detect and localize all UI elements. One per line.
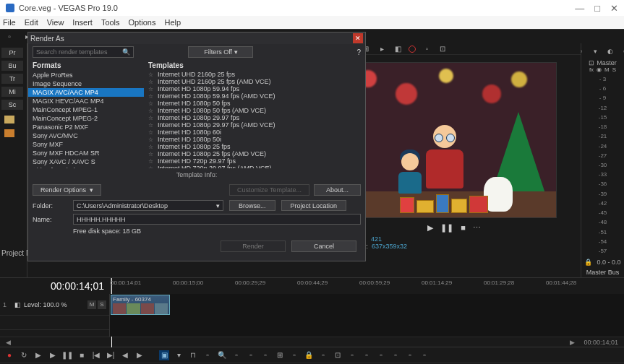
play-start-button[interactable]: ▶	[33, 350, 43, 360]
track-fx-icon[interactable]: ◧	[14, 301, 21, 308]
track-header-1[interactable]: 1 ◧ Level: 100.0 % MS	[0, 294, 109, 316]
star-icon[interactable]: ☆	[148, 122, 153, 129]
tool-icon[interactable]: ▫	[419, 350, 429, 360]
level-label[interactable]: Level: 100.0 %	[24, 301, 67, 308]
dock-tab-tr[interactable]: Tr	[1, 74, 23, 84]
menu-tools[interactable]: Tools	[101, 18, 120, 27]
loop-button[interactable]: ↻	[19, 350, 29, 360]
template-item[interactable]: ☆Internet HD 720p 29.97 fps	[144, 157, 365, 165]
browse-button[interactable]: Browse...	[229, 200, 275, 211]
lock-icon[interactable]: 🔒	[304, 350, 314, 360]
dock-tab-bu[interactable]: Bu	[1, 61, 23, 71]
format-item[interactable]: MAGIX HEVC/AAC MP4	[28, 97, 144, 105]
filters-dropdown[interactable]: Filters Off ▾	[188, 46, 253, 58]
menu-view[interactable]: View	[47, 18, 64, 27]
template-item[interactable]: ☆Internet HD 720p 29.97 fps (AMD VCE)	[144, 165, 365, 168]
menu-insert[interactable]: Insert	[72, 18, 93, 27]
dock-tab-pr[interactable]: Pr	[1, 48, 23, 58]
tool-icon[interactable]: ▫	[390, 350, 401, 360]
template-item[interactable]: ☆Internet UHD 2160p 25 fps (AMD VCE)	[144, 78, 365, 85]
menu-options[interactable]: Options	[129, 18, 156, 27]
template-item[interactable]: ☆Internet HD 1080p 50 fps	[144, 100, 365, 107]
edit-tool-button[interactable]: ▣	[159, 350, 169, 360]
new-icon[interactable]: ▫	[4, 32, 14, 42]
mute-button[interactable]: M	[87, 300, 96, 309]
prev-tool-icon[interactable]: ▸	[377, 44, 387, 54]
pause-button[interactable]: ❚❚	[62, 350, 72, 360]
star-icon[interactable]: ☆	[148, 93, 153, 100]
project-location-button[interactable]: Project Location	[281, 200, 347, 211]
dialog-titlebar[interactable]: Render As ✕	[28, 32, 365, 44]
tool-icon[interactable]: ▫	[231, 350, 242, 360]
track-header-2[interactable]	[0, 316, 109, 330]
menu-file[interactable]: File	[3, 18, 16, 27]
template-item[interactable]: ☆Internet HD 1080p 60i	[144, 129, 365, 136]
prev-tool-icon[interactable]: ▫	[422, 44, 432, 54]
tool-icon[interactable]: ▫	[202, 350, 213, 360]
template-item[interactable]: ☆Internet HD 1080p 59.94 fps (AMD VCE)	[144, 92, 365, 100]
template-item[interactable]: ☆Internet HD 1080p 25 fps	[144, 143, 365, 150]
record-indicator-icon[interactable]	[409, 46, 416, 53]
format-item[interactable]: MainConcept MPEG-2	[28, 114, 144, 123]
template-item[interactable]: ☆Internet HD 1080p 50i	[144, 136, 365, 143]
format-item[interactable]: Sony XAVC / XAVC S	[28, 157, 144, 166]
format-item[interactable]: Video for Windows	[28, 166, 144, 168]
star-icon[interactable]: ☆	[148, 158, 153, 165]
stop-button[interactable]: ■	[77, 350, 87, 360]
star-icon[interactable]: ☆	[148, 108, 153, 114]
mute-button[interactable]: ◉	[597, 66, 602, 73]
templates-list[interactable]: ☆Internet UHD 2160p 25 fps☆Internet UHD …	[144, 71, 365, 168]
format-item[interactable]: Sony AVC/MVC	[28, 131, 144, 140]
template-item[interactable]: ☆Internet HD 1080p 25 fps (AMD VCE)	[144, 150, 365, 157]
format-item[interactable]: MAGIX AVC/AAC MP4	[28, 88, 144, 97]
format-item[interactable]: Sony MXF HDCAM SR	[28, 149, 144, 157]
master-io-icon[interactable]: ⊡	[589, 59, 594, 66]
search-input[interactable]: Search render templates 🔍	[33, 46, 134, 58]
minimize-button[interactable]: —	[575, 3, 584, 14]
star-icon[interactable]: ☆	[148, 165, 153, 169]
star-icon[interactable]: ☆	[148, 86, 153, 92]
dock-tab-sc[interactable]: Sc	[1, 100, 23, 110]
prev-tool-icon[interactable]: ⊡	[437, 44, 448, 54]
tool-icon[interactable]: ⊞	[275, 350, 285, 360]
tool-icon[interactable]: ▾	[174, 350, 184, 360]
maximize-button[interactable]: □	[594, 3, 600, 14]
s-button[interactable]: S	[612, 66, 616, 73]
close-button[interactable]: ✕	[610, 3, 618, 14]
timecode-display[interactable]: 00:00:14;01	[0, 280, 110, 292]
tool-icon[interactable]: ▫	[260, 350, 270, 360]
format-item[interactable]: Sony MXF	[28, 140, 144, 149]
star-icon[interactable]: ☆	[148, 79, 153, 85]
star-icon[interactable]: ☆	[148, 136, 153, 143]
format-item[interactable]: Image Sequence	[28, 79, 144, 88]
format-item[interactable]: Panasonic P2 MXF	[28, 123, 144, 131]
play-button[interactable]: ▶	[48, 350, 58, 360]
star-icon[interactable]: ☆	[148, 72, 153, 78]
folder-input[interactable]: C:\Users\Administrator\Desktop▾	[73, 200, 223, 211]
dock-tab-mi[interactable]: Mi	[1, 87, 23, 97]
scroll-right-icon[interactable]: ▶	[570, 339, 575, 346]
dim-icon[interactable]: ◐	[605, 46, 615, 56]
dialog-close-button[interactable]: ✕	[353, 33, 363, 43]
play-button[interactable]: ▶	[427, 223, 433, 233]
fx-label[interactable]: fx	[589, 66, 594, 73]
tool-icon[interactable]: ▫	[376, 350, 386, 360]
render-button[interactable]: Render	[221, 240, 286, 252]
scroll-left-icon[interactable]: ◀	[6, 339, 11, 346]
pause-button[interactable]: ❚❚	[440, 223, 453, 233]
star-icon[interactable]: ☆	[148, 115, 153, 121]
menu-help[interactable]: Help	[164, 18, 181, 27]
tool-icon[interactable]: ▫	[246, 350, 256, 360]
record-button[interactable]: ●	[4, 350, 14, 360]
folder-icon[interactable]	[4, 116, 14, 124]
about-button[interactable]: About...	[314, 184, 361, 196]
more-button[interactable]: ⋯	[473, 223, 481, 233]
settings-icon[interactable]: ▫	[620, 46, 625, 56]
star-icon[interactable]: ☆	[148, 144, 153, 150]
template-item[interactable]: ☆Internet HD 1080p 50 fps (AMD VCE)	[144, 107, 365, 114]
name-input[interactable]: HHHHH.HHHHH	[73, 214, 361, 225]
go-start-button[interactable]: |◀	[91, 350, 101, 360]
format-item[interactable]: Apple ProRes	[28, 71, 144, 79]
formats-list[interactable]: Apple ProResImage SequenceMAGIX AVC/AAC …	[28, 71, 144, 168]
tool-icon[interactable]: ▫	[405, 350, 415, 360]
